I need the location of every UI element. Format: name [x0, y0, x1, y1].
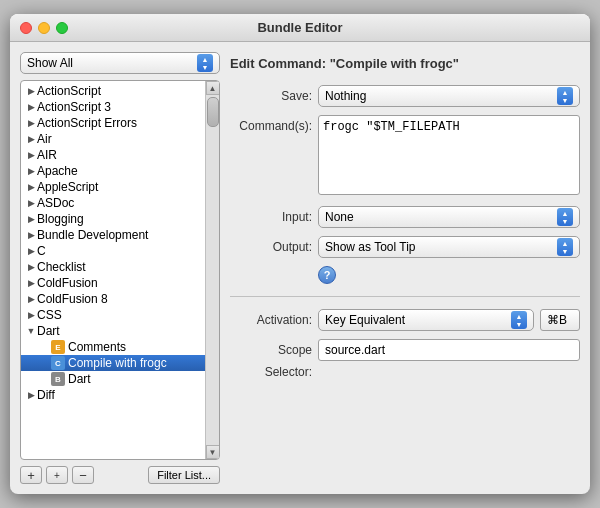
- scope-input[interactable]: [318, 339, 580, 361]
- arrow-up-icon: ▲: [516, 313, 523, 320]
- add-button[interactable]: +: [20, 466, 42, 484]
- tree-item-checklist[interactable]: ▶ Checklist: [21, 259, 205, 275]
- item-label: Diff: [37, 388, 55, 402]
- tree-item-apache[interactable]: ▶ Apache: [21, 163, 205, 179]
- commands-label: Command(s):: [230, 115, 312, 137]
- item-label: Blogging: [37, 212, 84, 226]
- arrow-down-icon: ▼: [562, 97, 569, 104]
- input-row: Input: None ▲ ▼: [230, 206, 580, 228]
- close-button[interactable]: [20, 22, 32, 34]
- arrow-up-icon: ▲: [562, 210, 569, 217]
- tree-item-c[interactable]: ▶ C: [21, 243, 205, 259]
- tree-item-dart[interactable]: ▼ Dart: [21, 323, 205, 339]
- add2-button[interactable]: +: [46, 466, 68, 484]
- titlebar: Bundle Editor: [10, 14, 590, 42]
- help-button[interactable]: ?: [318, 266, 336, 284]
- tree-item-coldfusion[interactable]: ▶ ColdFusion: [21, 275, 205, 291]
- output-control: Show as Tool Tip ▲ ▼: [318, 236, 580, 258]
- arrow-icon: ▶: [25, 197, 37, 209]
- tree-item-asdoc[interactable]: ▶ ASDoc: [21, 195, 205, 211]
- commands-control: frogc "$TM_FILEPATH: [318, 115, 580, 198]
- output-dropdown[interactable]: Show as Tool Tip ▲ ▼: [318, 236, 580, 258]
- scope-control: [318, 339, 580, 361]
- tree-item-diff[interactable]: ▶ Diff: [21, 387, 205, 403]
- tree-item-dart-comments[interactable]: E Comments: [21, 339, 205, 355]
- arrow-down-icon: ▼: [562, 248, 569, 255]
- arrow-icon: [39, 373, 51, 385]
- activation-value: Key Equivalent: [325, 313, 405, 327]
- tree-scrollbar[interactable]: ▲ ▼: [205, 81, 219, 459]
- tree-item-blogging[interactable]: ▶ Blogging: [21, 211, 205, 227]
- filter-list-button[interactable]: Filter List...: [148, 466, 220, 484]
- item-label: AppleScript: [37, 180, 98, 194]
- arrow-icon: ▶: [25, 181, 37, 193]
- arrow-icon: ▶: [25, 277, 37, 289]
- arrow-up-icon: ▲: [562, 89, 569, 96]
- tree-item-actionscript-errors[interactable]: ▶ ActionScript Errors: [21, 115, 205, 131]
- tree-item-air[interactable]: ▶ Air: [21, 131, 205, 147]
- output-label: Output:: [230, 236, 312, 258]
- bottom-toolbar: + + − Filter List...: [20, 466, 220, 484]
- arrow-up-icon: ▲: [562, 240, 569, 247]
- item-label: Dart: [37, 324, 60, 338]
- tree-list[interactable]: ▶ ActionScript ▶ ActionScript 3 ▶ Action…: [21, 81, 205, 459]
- save-control: Nothing ▲ ▼: [318, 85, 580, 107]
- arrow-icon: [39, 357, 51, 369]
- key-shortcut-display: ⌘B: [540, 309, 580, 331]
- tree-item-actionscript3[interactable]: ▶ ActionScript 3: [21, 99, 205, 115]
- arrow-icon: ▶: [25, 293, 37, 305]
- maximize-button[interactable]: [56, 22, 68, 34]
- arrow-icon: ▶: [25, 133, 37, 145]
- scroll-down-arrow[interactable]: ▼: [206, 445, 220, 459]
- item-label: ActionScript 3: [37, 100, 111, 114]
- window-title: Bundle Editor: [257, 20, 342, 35]
- activation-dropdown-arrow: ▲ ▼: [511, 311, 527, 329]
- output-value: Show as Tool Tip: [325, 240, 416, 254]
- arrow-icon: ▶: [25, 149, 37, 161]
- minimize-button[interactable]: [38, 22, 50, 34]
- snippet-icon: E: [51, 340, 65, 354]
- arrow-icon: ▶: [25, 213, 37, 225]
- tree-item-coldfusion8[interactable]: ▶ ColdFusion 8: [21, 291, 205, 307]
- tree-item-actionscript[interactable]: ▶ ActionScript: [21, 83, 205, 99]
- input-label: Input:: [230, 206, 312, 228]
- item-label: AIR: [37, 148, 57, 162]
- main-window: Bundle Editor Show All ▲ ▼ ▶ ActionScrip…: [10, 14, 590, 494]
- show-all-dropdown[interactable]: Show All ▲ ▼: [20, 52, 220, 74]
- arrow-down-icon: ▼: [516, 321, 523, 328]
- activation-dropdown[interactable]: Key Equivalent ▲ ▼: [318, 309, 534, 331]
- scroll-thumb[interactable]: [207, 97, 219, 127]
- arrow-icon: ▶: [25, 309, 37, 321]
- arrow-icon: [39, 341, 51, 353]
- activation-row: Activation: Key Equivalent ▲ ▼ ⌘B: [230, 309, 580, 331]
- scroll-up-arrow[interactable]: ▲: [206, 81, 220, 95]
- scope-label: Scope Selector:: [230, 339, 312, 383]
- save-label: Save:: [230, 85, 312, 107]
- arrow-down-icon: ▼: [562, 218, 569, 225]
- item-label: Comments: [68, 340, 126, 354]
- item-label: ActionScript: [37, 84, 101, 98]
- arrow-icon: ▶: [25, 165, 37, 177]
- scope-row: Scope Selector:: [230, 339, 580, 383]
- arrow-icon: ▼: [25, 325, 37, 337]
- item-label: Dart: [68, 372, 91, 386]
- tree-item-dart-child[interactable]: B Dart: [21, 371, 205, 387]
- tree-item-dart-compile[interactable]: C Compile with frogc: [21, 355, 205, 371]
- remove-button[interactable]: −: [72, 466, 94, 484]
- command-textarea[interactable]: frogc "$TM_FILEPATH: [318, 115, 580, 195]
- item-label: CSS: [37, 308, 62, 322]
- item-label: ColdFusion 8: [37, 292, 108, 306]
- arrow-icon: ▶: [25, 229, 37, 241]
- show-all-label: Show All: [27, 56, 73, 70]
- edit-command-title: Edit Command: "Compile with frogc": [230, 52, 580, 75]
- item-label: ColdFusion: [37, 276, 98, 290]
- command-icon: C: [51, 356, 65, 370]
- tree-item-applescript[interactable]: ▶ AppleScript: [21, 179, 205, 195]
- input-dropdown[interactable]: None ▲ ▼: [318, 206, 580, 228]
- tree-item-AIR[interactable]: ▶ AIR: [21, 147, 205, 163]
- activation-control: Key Equivalent ▲ ▼ ⌘B: [318, 309, 580, 331]
- tree-item-css[interactable]: ▶ CSS: [21, 307, 205, 323]
- left-panel: Show All ▲ ▼ ▶ ActionScript ▶ ActionScri…: [20, 52, 220, 484]
- tree-item-bundle-dev[interactable]: ▶ Bundle Development: [21, 227, 205, 243]
- save-dropdown[interactable]: Nothing ▲ ▼: [318, 85, 580, 107]
